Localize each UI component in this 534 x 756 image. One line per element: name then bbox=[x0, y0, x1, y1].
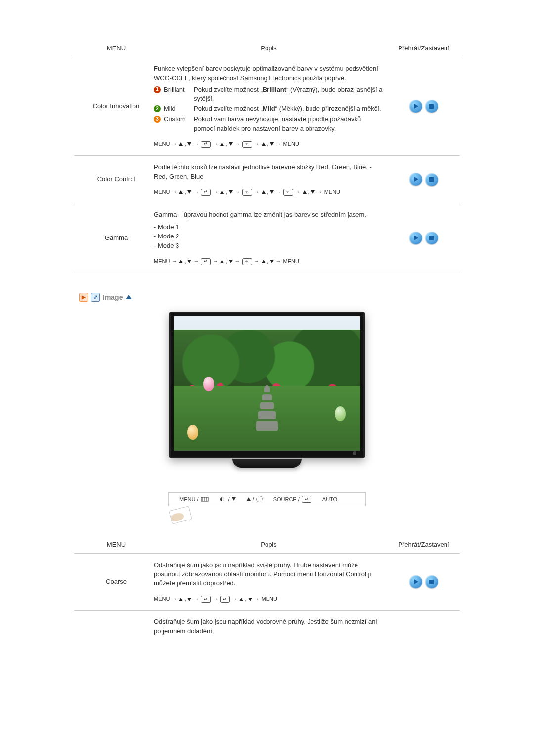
row-fine-partial: Odstraňuje šum jako jsou například vodor… bbox=[74, 611, 460, 643]
collapse-up-icon bbox=[126, 295, 132, 299]
down-icon bbox=[187, 142, 191, 146]
btn-source: SOURCE / bbox=[273, 496, 312, 503]
down-icon bbox=[270, 190, 274, 194]
enter-icon bbox=[283, 189, 293, 196]
row-color-innovation: Color Innovation Funkce vylepšení barev … bbox=[74, 57, 460, 156]
gamma-text: Gamma – úpravou hodnot gamma lze změnit … bbox=[154, 210, 384, 220]
down-icon bbox=[187, 190, 191, 194]
down-icon bbox=[229, 260, 233, 263]
up-icon bbox=[179, 142, 183, 146]
col-header-popis-2: Popis bbox=[150, 536, 388, 554]
up-icon bbox=[262, 260, 266, 263]
option-mild: 2 Mild Pokud zvolíte možnost „Mild“ (Měk… bbox=[154, 104, 384, 114]
down-icon bbox=[187, 260, 191, 263]
row-color-control: Color Control Podle těchto kroků lze nas… bbox=[74, 155, 460, 203]
menu-label-color-control: Color Control bbox=[74, 155, 150, 203]
color-innovation-intro: Funkce vylepšení barev poskytuje optimal… bbox=[154, 64, 384, 83]
down-icon bbox=[311, 190, 315, 194]
col-header-menu: MENU bbox=[74, 40, 150, 57]
play-button[interactable] bbox=[409, 575, 422, 588]
enter-icon bbox=[220, 596, 230, 603]
up-icon bbox=[303, 190, 307, 194]
up-icon bbox=[179, 598, 183, 601]
hand-icon bbox=[169, 506, 192, 524]
option-mild-text: Pokud zvolíte možnost „Mild“ (Měkký), bu… bbox=[194, 104, 384, 114]
option-mild-name: Mild bbox=[164, 104, 191, 114]
monitor-illustration: MENU / / / SOURCE / AUTO bbox=[74, 312, 460, 522]
col-header-menu-2: MENU bbox=[74, 536, 150, 554]
brightness-icon bbox=[256, 496, 263, 502]
bullet-2-icon: 2 bbox=[154, 105, 161, 112]
nav-sequence-color-control: MENU → , → → , → → , → bbox=[154, 189, 384, 196]
monitor-screen bbox=[169, 312, 365, 458]
enter-icon bbox=[201, 141, 211, 148]
play-button[interactable] bbox=[409, 173, 422, 186]
enter-icon bbox=[242, 258, 252, 265]
down-icon bbox=[270, 260, 274, 263]
monitor-power-icon bbox=[353, 451, 356, 455]
nav-sequence-gamma: MENU → , → → , → → , → bbox=[154, 258, 384, 266]
enter-icon bbox=[201, 596, 211, 603]
bullet-3-icon: 3 bbox=[154, 116, 161, 123]
down-icon bbox=[229, 142, 233, 146]
section-title-text: Image bbox=[103, 293, 123, 301]
option-custom-name: Custom bbox=[164, 115, 191, 124]
osd-table-2: MENU Popis Přehrát/Zastavení Coarse Odst… bbox=[74, 536, 460, 643]
up-icon bbox=[239, 598, 243, 601]
coarse-text: Odstraňuje šum jako jsou například svisl… bbox=[154, 561, 384, 589]
control-button-bar: MENU / / / SOURCE / AUTO bbox=[168, 492, 366, 506]
gamma-modes: - Mode 1 - Mode 2 - Mode 3 bbox=[154, 223, 384, 251]
play-button[interactable] bbox=[409, 100, 422, 113]
nav-sequence-color-innovation: MENU → , → → , → → , bbox=[154, 141, 384, 148]
col-header-play-2: Přehrát/Zastavení bbox=[388, 536, 460, 554]
contrast-icon bbox=[220, 497, 226, 502]
btn-up-brightness: / bbox=[247, 496, 263, 502]
option-custom-text: Pokud vám barva nevyhovuje, nastavte ji … bbox=[194, 115, 384, 134]
stop-button[interactable] bbox=[425, 232, 438, 244]
color-control-text: Podle těchto kroků lze nastavit jednotli… bbox=[154, 163, 384, 182]
row-gamma: Gamma Gamma – úpravou hodnot gamma lze z… bbox=[74, 203, 460, 273]
menu-icon bbox=[201, 497, 209, 502]
menu-label-gamma: Gamma bbox=[74, 203, 150, 273]
option-custom: 3 Custom Pokud vám barva nevyhovuje, nas… bbox=[154, 115, 384, 134]
btn-auto: AUTO bbox=[322, 496, 337, 502]
down-icon bbox=[248, 598, 252, 601]
row-coarse: Coarse Odstraňuje šum jako jsou napříkla… bbox=[74, 553, 460, 610]
up-icon bbox=[247, 497, 251, 501]
nav-sequence-coarse: MENU → , → → → , → MENU bbox=[154, 595, 384, 603]
down-icon bbox=[187, 598, 191, 601]
osd-table-1: MENU Popis Přehrát/Zastavení Color Innov… bbox=[74, 40, 460, 273]
option-brilliant-name: Brilliant bbox=[164, 85, 191, 94]
up-icon bbox=[179, 260, 183, 263]
up-icon bbox=[262, 190, 266, 194]
up-icon bbox=[220, 260, 224, 263]
enter-icon bbox=[242, 141, 252, 148]
section-heading-image: ▶ ⤢ Image bbox=[79, 293, 460, 302]
down-icon bbox=[229, 190, 233, 194]
enter-icon bbox=[242, 189, 252, 196]
stop-button[interactable] bbox=[425, 575, 438, 588]
stop-button[interactable] bbox=[425, 100, 438, 113]
btn-menu: MENU / bbox=[179, 496, 209, 502]
expand-box-icon: ⤢ bbox=[91, 293, 100, 302]
stop-button[interactable] bbox=[425, 173, 438, 186]
enter-icon bbox=[201, 258, 211, 265]
up-icon bbox=[179, 190, 183, 194]
play-button[interactable] bbox=[409, 232, 422, 244]
menu-label-color-innovation: Color Innovation bbox=[74, 57, 150, 156]
enter-icon bbox=[302, 496, 312, 503]
col-header-play: Přehrát/Zastavení bbox=[388, 40, 460, 57]
enter-icon bbox=[201, 189, 211, 196]
up-icon bbox=[262, 142, 266, 146]
menu-label-coarse: Coarse bbox=[74, 553, 150, 610]
btn-updown-contrast: / bbox=[220, 496, 236, 502]
down-icon bbox=[270, 142, 274, 146]
option-brilliant: 1 Brilliant Pokud zvolíte možnost „Brill… bbox=[154, 85, 384, 104]
bullet-1-icon: 1 bbox=[154, 86, 161, 93]
up-icon bbox=[220, 142, 224, 146]
option-brilliant-text: Pokud zvolíte možnost „Brilliant“ (Výraz… bbox=[194, 85, 384, 104]
down-icon bbox=[232, 497, 236, 501]
up-icon bbox=[220, 190, 224, 194]
fine-partial-text: Odstraňuje šum jako jsou například vodor… bbox=[154, 617, 384, 636]
monitor-stand bbox=[232, 459, 302, 468]
